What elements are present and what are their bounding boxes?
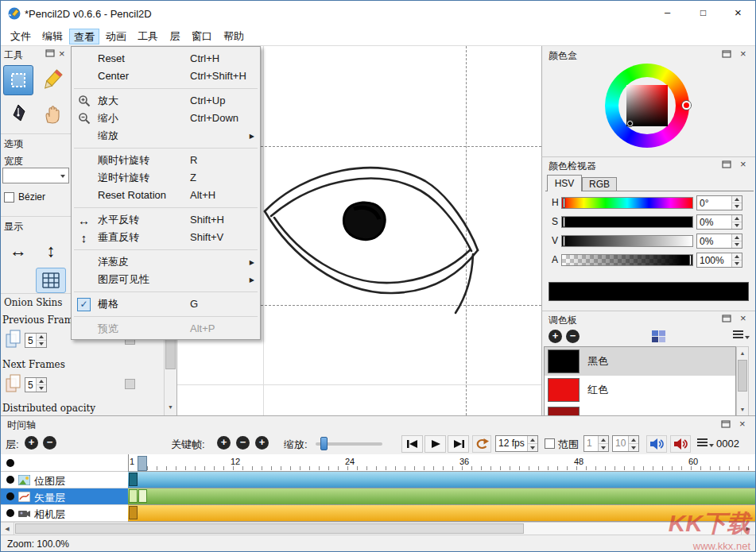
keyframe-cell[interactable] [129,473,138,486]
menu-edit[interactable]: 编辑 [37,29,68,44]
swatch-view-icon[interactable] [652,330,666,343]
remove-keyframe-button[interactable]: − [236,436,250,450]
sound-on-button[interactable] [646,435,667,453]
layer-row-camera[interactable]: 相机层 [1,505,128,522]
color-box-close-icon[interactable]: × [740,49,746,59]
slider-marker[interactable] [563,198,565,208]
add-keyframe-button[interactable]: + [217,436,231,450]
timeline-menu-icon[interactable] [697,438,708,440]
camera-layer-track[interactable] [128,505,755,522]
hue-spinbox[interactable]: 0° [696,195,742,210]
menu-item-rotate-counterclockwise[interactable]: 逆时针旋转 Z [72,169,261,187]
scrollbar-right-button[interactable]: ▶ [741,523,754,535]
current-frame-marker[interactable] [138,456,147,471]
spin-down-button[interactable] [732,261,742,267]
menu-item-zoom-out[interactable]: 缩小 Ctrl+Down [72,110,261,127]
saturation-slider[interactable] [561,216,693,228]
menu-view[interactable]: 查看 [69,29,99,44]
color-inspector-close-icon[interactable]: × [740,160,746,169]
palette-item-black[interactable]: 黑色 [545,347,736,376]
layer-visible-dot-icon[interactable] [6,476,14,484]
menu-animation[interactable]: 动画 [101,29,131,44]
pencil-tool-button[interactable] [37,65,67,95]
saturation-value-square[interactable] [626,85,668,126]
keyframe-cell[interactable] [138,489,147,503]
fps-spinbox[interactable]: 12 fps [495,435,538,452]
width-combobox[interactable] [2,168,69,183]
hand-tool-button[interactable] [37,98,67,129]
remove-color-button[interactable]: − [566,330,580,343]
sound-scrub-button[interactable] [670,435,691,453]
timeline-float-icon[interactable] [721,420,731,428]
keyframe-cell[interactable] [129,506,138,519]
scrollbar-thumb[interactable] [738,360,747,392]
scrollbar-left-button[interactable]: ◀ [1,523,14,535]
layer-visible-dot-icon[interactable] [6,509,14,517]
palette-float-icon[interactable] [722,315,731,322]
spin-down-button[interactable] [629,444,638,451]
hue-ring-indicator[interactable] [682,101,691,110]
add-color-button[interactable]: + [549,330,562,343]
palette-item-darkred[interactable] [545,404,736,415]
menu-file[interactable]: 文件 [6,29,36,44]
select-tool-button[interactable] [3,65,33,95]
layer-row-vector-selected[interactable]: 矢量层 [1,488,128,505]
hue-slider[interactable] [561,197,693,209]
spin-down-button[interactable] [528,444,537,451]
tools-close-icon[interactable]: × [59,49,65,59]
menu-item-layer-visibility[interactable]: 图层可见性 ▶ [72,271,261,288]
timeline-zoom-slider-handle[interactable] [320,437,328,450]
layer-row-bitmap[interactable]: 位图层 [1,472,128,488]
color-box-float-icon[interactable] [722,50,731,58]
close-button[interactable]: × [721,2,755,25]
menu-window[interactable]: 窗口 [187,29,217,44]
add-layer-button[interactable]: + [25,436,38,450]
menu-item-onion-skins[interactable]: 洋葱皮 ▶ [72,253,261,271]
menu-item-flip-vertical[interactable]: ↕ 垂直反转 Shift+V [72,229,261,246]
scrollbar-thumb[interactable] [15,523,524,534]
spin-up-button[interactable] [37,378,46,385]
menu-item-center[interactable]: Center Ctrl+Shift+H [72,68,261,85]
scrollbar-down-button[interactable]: ▼ [737,403,748,415]
spin-down-button[interactable] [732,203,742,210]
saturation-spinbox[interactable]: 0% [696,214,742,230]
spin-up-button[interactable] [732,215,742,222]
menu-help[interactable]: 帮助 [219,29,249,44]
spin-up-button[interactable] [599,436,608,444]
range-start-spinbox[interactable]: 1 [583,435,609,452]
previous-frames-spinbox[interactable]: 5 [25,333,47,348]
tab-hsv[interactable]: HSV [547,175,582,191]
slider-marker[interactable] [689,255,692,265]
next-frames-spinbox[interactable]: 5 [25,377,47,392]
menu-item-reset[interactable]: Reset Ctrl+H [72,50,261,68]
spin-up-button[interactable] [528,436,537,444]
alpha-slider[interactable] [561,254,693,266]
timeline-ruler[interactable]: 1 12 24 36 48 60 [128,454,755,472]
spin-up-button[interactable] [37,334,46,341]
menu-tools[interactable]: 工具 [133,29,163,44]
minimize-button[interactable]: – [649,2,685,25]
alpha-spinbox[interactable]: 100% [696,253,742,268]
spin-down-button[interactable] [732,222,742,229]
grid-toggle-button[interactable] [36,268,66,293]
menu-item-zoom-in[interactable]: 放大 Ctrl+Up [72,92,261,110]
palette-item-red[interactable]: 红色 [545,376,736,404]
bezier-checkbox[interactable] [4,192,14,203]
timeline-close-icon[interactable]: × [739,419,746,429]
scrollbar-down-button[interactable]: ▼ [165,400,176,414]
scrollbar-up-button[interactable]: ▲ [737,347,748,359]
spin-up-button[interactable] [629,436,638,444]
menu-item-reset-rotation[interactable]: Reset Rotation Alt+H [72,187,261,204]
pen-tool-button[interactable] [3,98,33,129]
range-checkbox[interactable] [545,438,555,449]
layer-visible-dot-icon[interactable] [6,492,14,500]
spin-down-button[interactable] [732,241,742,248]
menu-item-zoom-submenu[interactable]: 缩放 ▶ [72,127,261,145]
color-inspector-float-icon[interactable] [722,160,731,168]
menu-item-grid[interactable]: ✓ 栅格 G [72,295,261,313]
visibility-dot-icon[interactable] [6,459,14,467]
spin-down-button[interactable] [37,385,46,392]
value-spinbox[interactable]: 0% [696,234,742,249]
palette-close-icon[interactable]: × [740,314,746,323]
spin-up-button[interactable] [732,196,742,203]
